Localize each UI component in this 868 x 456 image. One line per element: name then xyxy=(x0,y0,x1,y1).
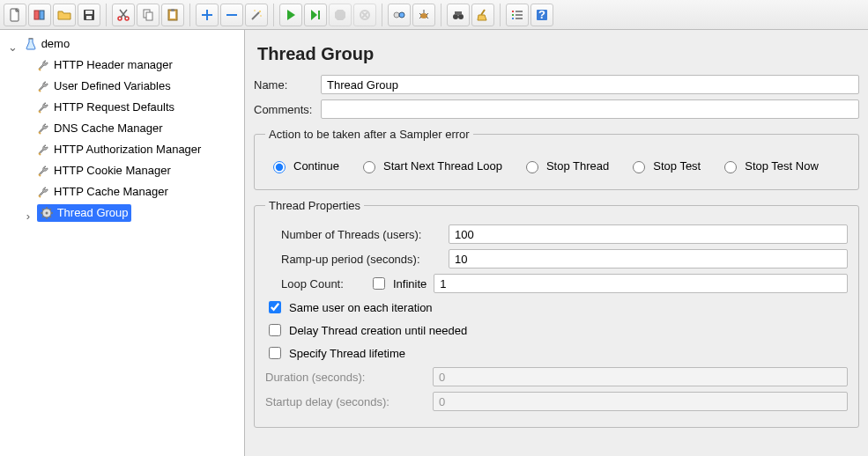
loop-infinite-checkbox[interactable]: Infinite xyxy=(369,275,427,292)
tree-config-item[interactable]: HTTP Cache Manager xyxy=(33,183,171,201)
function-helper-button[interactable] xyxy=(506,4,529,26)
tree-config-item[interactable]: HTTP Cookie Manager xyxy=(33,162,174,180)
tree-thread-group[interactable]: Thread Group xyxy=(37,204,131,222)
radio-continue[interactable]: Continue xyxy=(269,158,339,173)
radio-stop-test[interactable]: Stop Test xyxy=(628,158,701,173)
tree-test-plan[interactable]: demo xyxy=(21,35,73,53)
shutdown-button[interactable] xyxy=(353,4,376,26)
tree-node-label: HTTP Authorization Manager xyxy=(54,141,201,158)
folder-open-icon xyxy=(57,8,71,22)
tree-node-label: HTTP Cache Manager xyxy=(54,183,168,201)
expander-icon[interactable]: › xyxy=(23,208,33,225)
collapse-button[interactable] xyxy=(220,4,243,26)
svg-rect-12 xyxy=(171,9,174,11)
separator xyxy=(500,4,501,26)
tree-node-label: demo xyxy=(41,35,70,53)
expand-button[interactable] xyxy=(196,4,219,26)
play-alt-icon xyxy=(308,8,323,22)
cut-button[interactable] xyxy=(112,4,135,26)
thread-properties-group: Thread Properties Number of Threads (use… xyxy=(254,199,859,428)
broom-bug-icon xyxy=(417,8,431,22)
test-plan-tree: ⌄ demo ·HTTP Header manager·User Defined… xyxy=(0,30,245,456)
loop-count-input[interactable] xyxy=(434,274,848,293)
svg-rect-25 xyxy=(512,14,514,16)
play-icon xyxy=(284,8,298,22)
toggle-icon xyxy=(392,8,406,22)
templates-button[interactable] xyxy=(28,4,51,26)
svg-rect-11 xyxy=(170,11,175,18)
svg-point-18 xyxy=(394,12,399,18)
search-button[interactable] xyxy=(447,4,470,26)
tree-node-label: HTTP Header manager xyxy=(54,56,173,74)
separator xyxy=(106,4,107,26)
tree-config-item[interactable]: HTTP Authorization Manager xyxy=(33,141,204,158)
svg-point-13 xyxy=(259,11,261,12)
name-label: Name: xyxy=(254,78,321,92)
clipboard-icon xyxy=(166,8,180,22)
tree-config-item[interactable]: HTTP Header manager xyxy=(33,56,175,74)
help-icon: ? xyxy=(535,8,549,22)
tree-node-label: DNS Cache Manager xyxy=(54,120,163,137)
clear-search-button[interactable] xyxy=(471,4,494,26)
save-icon xyxy=(82,8,96,22)
radio-start-next[interactable]: Start Next Thread Loop xyxy=(359,158,502,173)
tree-node-label: HTTP Cookie Manager xyxy=(54,162,171,180)
separator xyxy=(441,4,441,26)
radio-stop-test-now[interactable]: Stop Test Now xyxy=(720,158,819,173)
start-button[interactable] xyxy=(279,4,302,26)
wrench-icon xyxy=(36,143,50,157)
tree-config-item[interactable]: DNS Cache Manager xyxy=(33,120,166,137)
help-button[interactable]: ? xyxy=(530,4,553,26)
save-button[interactable] xyxy=(78,4,100,26)
svg-rect-24 xyxy=(512,11,514,12)
rampup-label: Ramp-up period (seconds): xyxy=(281,253,449,266)
toggle-button[interactable] xyxy=(245,4,268,26)
tree-config-item[interactable]: HTTP Request Defaults xyxy=(33,99,177,116)
svg-rect-29 xyxy=(28,38,33,40)
broom-icon xyxy=(476,8,490,22)
tree-node-label: Thread Group xyxy=(57,204,129,222)
expander-icon[interactable]: ⌄ xyxy=(7,39,18,56)
same-user-checkbox[interactable]: Same user on each iteration xyxy=(265,298,848,316)
rampup-input[interactable] xyxy=(449,249,848,268)
svg-point-19 xyxy=(399,12,404,18)
comments-input[interactable] xyxy=(321,99,859,119)
enable-disable-button[interactable] xyxy=(388,4,411,26)
open-button[interactable] xyxy=(53,4,76,26)
wand-icon xyxy=(249,8,263,22)
separator xyxy=(273,4,274,26)
flask-icon xyxy=(24,37,38,51)
stop-icon xyxy=(333,8,347,22)
duration-label: Duration (seconds): xyxy=(265,371,433,384)
svg-text:?: ? xyxy=(538,8,545,21)
paste-button[interactable] xyxy=(161,4,184,26)
start-no-pause-button[interactable] xyxy=(304,4,327,26)
specify-lifetime-checkbox[interactable]: Specify Thread lifetime xyxy=(265,344,848,362)
startup-delay-input xyxy=(433,392,848,411)
radio-stop-thread[interactable]: Stop Thread xyxy=(522,158,609,173)
page-title: Thread Group xyxy=(257,44,859,64)
wrench-icon xyxy=(36,58,50,72)
svg-point-20 xyxy=(420,13,427,18)
wrench-icon xyxy=(36,121,50,136)
copy-button[interactable] xyxy=(137,4,160,26)
gc-button[interactable] xyxy=(412,4,435,26)
svg-point-31 xyxy=(45,212,48,215)
svg-rect-16 xyxy=(318,11,320,19)
threads-input[interactable] xyxy=(449,224,848,244)
shutdown-icon xyxy=(358,8,372,22)
tree-node-label: User Defined Variables xyxy=(54,77,171,95)
stop-button[interactable] xyxy=(329,4,352,26)
new-file-button[interactable] xyxy=(4,4,26,26)
gear-icon xyxy=(40,206,54,220)
toolbar: ? xyxy=(0,0,868,30)
delay-creation-checkbox[interactable]: Delay Thread creation until needed xyxy=(265,321,848,339)
svg-rect-4 xyxy=(85,11,93,14)
duration-input xyxy=(433,367,848,386)
separator xyxy=(382,4,382,26)
name-input[interactable] xyxy=(321,75,859,94)
tree-config-item[interactable]: User Defined Variables xyxy=(33,77,174,95)
minus-icon xyxy=(225,8,239,22)
svg-rect-1 xyxy=(34,11,39,19)
wrench-icon xyxy=(36,185,50,199)
